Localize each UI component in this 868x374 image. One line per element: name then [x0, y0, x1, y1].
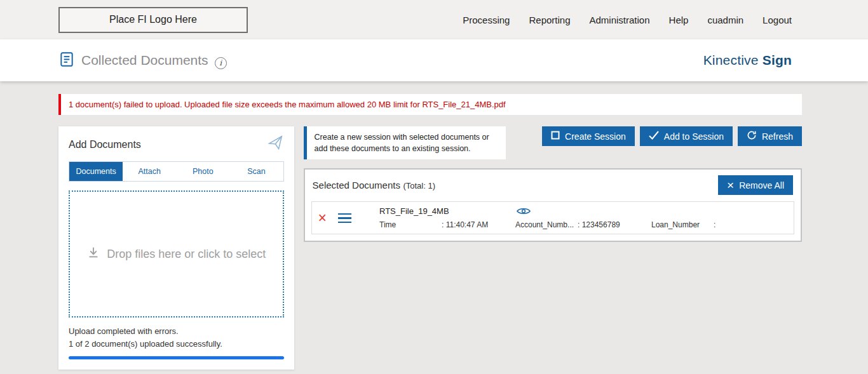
- page-header: Collected Documents i Kinective Sign: [0, 39, 868, 81]
- document-line1: RTS_File_19_4MB: [379, 206, 787, 216]
- selected-document-row: × RTS_File_19_4MB Ti: [311, 201, 794, 234]
- drag-handle-icon[interactable]: [338, 213, 351, 224]
- field-account-label: Account_Numb...: [515, 220, 578, 229]
- brand-logo: Kinective Sign: [703, 53, 792, 68]
- add-to-session-label: Add to Session: [664, 131, 724, 142]
- remove-all-label: Remove All: [739, 180, 784, 190]
- tab-documents[interactable]: Documents: [69, 162, 123, 181]
- field-loan-label: Loan_Number: [651, 220, 714, 229]
- nav-item-administration[interactable]: Administration: [590, 15, 650, 25]
- fi-logo-placeholder[interactable]: Place FI Logo Here: [58, 7, 248, 33]
- refresh-label: Refresh: [762, 131, 793, 142]
- document-info: RTS_File_19_4MB Time : 11:40:47 AM: [379, 206, 787, 229]
- upload-status-line1: Upload completed with errors.: [69, 325, 284, 338]
- field-time: Time : 11:40:47 AM: [379, 220, 515, 229]
- session-info-note: Create a new session with selected docum…: [304, 126, 506, 159]
- nav-item-reporting[interactable]: Reporting: [529, 15, 570, 25]
- preview-eye-icon[interactable]: [517, 206, 531, 216]
- refresh-icon: [747, 130, 757, 142]
- dropzone-label: Drop files here or click to select: [107, 248, 266, 261]
- selected-documents-header: Selected Documents (Total: 1) × Remove A…: [305, 170, 801, 200]
- add-documents-card: Add Documents Documents Attach Photo Sca…: [58, 126, 294, 370]
- tab-scan[interactable]: Scan: [229, 162, 283, 181]
- upload-error-banner: 1 document(s) failed to upload. Uploaded…: [58, 94, 802, 115]
- add-documents-title: Add Documents: [69, 139, 141, 150]
- session-column: Create a new session with selected docum…: [304, 126, 802, 242]
- field-account-value: : 123456789: [578, 220, 620, 229]
- selected-documents-title-group: Selected Documents (Total: 1): [313, 180, 435, 191]
- collected-documents-icon: [58, 51, 75, 70]
- field-loan-value: :: [714, 220, 715, 229]
- title-group: Collected Documents i: [58, 51, 227, 70]
- field-account-number: Account_Numb... : 123456789: [515, 220, 651, 229]
- brand-name-bold: Sign: [763, 53, 792, 67]
- selected-documents-title: Selected Documents: [313, 180, 400, 190]
- remove-all-button[interactable]: × Remove All: [718, 175, 793, 195]
- nav-item-help[interactable]: Help: [669, 15, 689, 25]
- session-buttons: Create Session Add to Session R: [542, 126, 802, 146]
- create-session-button[interactable]: Create Session: [542, 126, 635, 146]
- tab-photo[interactable]: Photo: [176, 162, 229, 181]
- nav-item-username[interactable]: cuadmin: [707, 15, 743, 25]
- upload-status-line2: 1 of 2 document(s) uploaded successfully…: [69, 338, 284, 351]
- brand-name: Kinective: [703, 53, 759, 67]
- field-time-value: : 11:40:47 AM: [442, 220, 488, 229]
- add-documents-header: Add Documents: [69, 135, 284, 154]
- document-fields: Time : 11:40:47 AM Account_Numb... : 123…: [379, 220, 787, 229]
- download-icon: [86, 246, 100, 263]
- add-to-session-button[interactable]: Add to Session: [640, 126, 733, 146]
- tab-attach[interactable]: Attach: [123, 162, 176, 181]
- nav-item-logout[interactable]: Logout: [763, 15, 792, 25]
- session-actions-row: Create a new session with selected docum…: [304, 126, 802, 159]
- create-session-label: Create Session: [565, 131, 626, 142]
- main-content: Add Documents Documents Attach Photo Sca…: [58, 126, 802, 370]
- checkmark-icon: [649, 131, 659, 142]
- remove-document-icon[interactable]: ×: [318, 211, 327, 225]
- page-title: Collected Documents: [81, 53, 208, 68]
- field-loan-number: Loan_Number :: [651, 220, 787, 229]
- file-dropzone[interactable]: Drop files here or click to select: [69, 190, 284, 317]
- selected-documents-panel: Selected Documents (Total: 1) × Remove A…: [304, 168, 802, 242]
- info-icon[interactable]: i: [215, 57, 227, 69]
- document-filename: RTS_File_19_4MB: [379, 206, 517, 216]
- selected-documents-total: (Total: 1): [403, 181, 435, 190]
- field-time-label: Time: [379, 220, 442, 229]
- close-icon: ×: [727, 179, 734, 191]
- upload-error-message: 1 document(s) failed to upload. Uploaded…: [69, 100, 506, 109]
- square-icon: [551, 131, 560, 142]
- topbar: Place FI Logo Here Processing Reporting …: [0, 0, 868, 39]
- top-nav: Processing Reporting Administration Help…: [463, 15, 792, 25]
- upload-progress-bar: [69, 356, 284, 359]
- upload-status: Upload completed with errors. 1 of 2 doc…: [69, 325, 284, 350]
- paper-plane-icon[interactable]: [267, 134, 285, 154]
- nav-item-processing[interactable]: Processing: [463, 15, 510, 25]
- add-documents-tabs: Documents Attach Photo Scan: [69, 161, 284, 182]
- refresh-button[interactable]: Refresh: [738, 126, 802, 146]
